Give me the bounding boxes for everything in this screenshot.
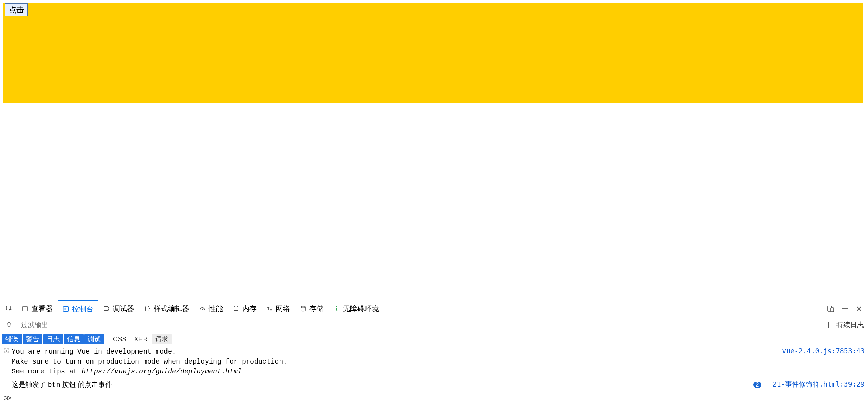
clear-console-button[interactable] bbox=[3, 317, 15, 333]
log-message: 这是触发了 btn 按钮 的点击事件 bbox=[12, 380, 753, 390]
accessibility-icon bbox=[333, 305, 340, 312]
tab-style-editor[interactable]: 样式编辑器 bbox=[139, 300, 194, 317]
tab-label: 控制台 bbox=[72, 304, 94, 314]
style-icon bbox=[144, 305, 151, 312]
devtools-tab-bar: 查看器 控制台 调试器 样式编辑器 性能 bbox=[0, 300, 868, 317]
persist-label: 持续日志 bbox=[836, 320, 864, 330]
info-icon bbox=[3, 347, 12, 356]
devtools-panel: 查看器 控制台 调试器 样式编辑器 性能 bbox=[0, 300, 868, 404]
filter-warn[interactable]: 警告 bbox=[23, 334, 42, 344]
log-source-link[interactable]: 21-事件修饰符.html:39:29 bbox=[766, 380, 865, 389]
svg-point-5 bbox=[336, 306, 337, 307]
tab-network[interactable]: 网络 bbox=[261, 300, 295, 317]
tab-console[interactable]: 控制台 bbox=[58, 300, 98, 317]
responsive-mode-button[interactable] bbox=[823, 300, 838, 317]
responsive-icon bbox=[827, 305, 834, 312]
trash-icon bbox=[5, 321, 12, 329]
console-log-list: You are running Vue in development mode.… bbox=[0, 345, 868, 391]
filter-debug[interactable]: 调试 bbox=[84, 334, 104, 344]
tab-memory[interactable]: 内存 bbox=[228, 300, 261, 317]
close-devtools-button[interactable] bbox=[852, 300, 866, 317]
filter-request[interactable]: 请求 bbox=[152, 334, 172, 344]
log-icon-blank bbox=[3, 380, 12, 380]
console-level-filters: 错误 警告 日志 信息 调试 CSS XHR 请求 bbox=[0, 333, 868, 345]
tab-label: 调试器 bbox=[113, 304, 134, 313]
memory-icon bbox=[233, 305, 239, 312]
tab-label: 无障碍环境 bbox=[343, 304, 379, 313]
log-count-badge: 2 bbox=[753, 382, 762, 388]
svg-rect-7 bbox=[831, 308, 834, 312]
svg-point-10 bbox=[846, 308, 848, 309]
page-blank-area bbox=[0, 106, 868, 300]
tab-performance[interactable]: 性能 bbox=[194, 300, 228, 317]
more-menu-button[interactable] bbox=[838, 300, 852, 317]
filter-css[interactable]: CSS bbox=[110, 335, 130, 344]
tab-label: 存储 bbox=[309, 304, 324, 313]
click-button[interactable]: 点击 bbox=[5, 3, 28, 16]
element-picker-button[interactable] bbox=[2, 300, 16, 317]
tab-debugger[interactable]: 调试器 bbox=[98, 300, 139, 317]
console-log-row[interactable]: 这是触发了 btn 按钮 的点击事件 2 21-事件修饰符.html:39:29 bbox=[0, 378, 868, 391]
tab-storage[interactable]: 存储 bbox=[295, 300, 328, 317]
tab-label: 查看器 bbox=[31, 304, 53, 313]
tab-label: 内存 bbox=[242, 304, 257, 313]
svg-rect-3 bbox=[234, 307, 238, 310]
performance-icon bbox=[199, 305, 206, 312]
tab-label: 网络 bbox=[276, 304, 290, 313]
more-icon bbox=[841, 305, 849, 312]
filter-xhr[interactable]: XHR bbox=[131, 335, 151, 344]
prompt-icon: ≫ bbox=[3, 393, 11, 402]
svg-rect-1 bbox=[23, 306, 27, 311]
storage-icon bbox=[300, 305, 307, 312]
network-icon bbox=[266, 305, 273, 312]
filter-error[interactable]: 错误 bbox=[2, 334, 22, 344]
tab-label: 样式编辑器 bbox=[153, 304, 189, 313]
console-filter-input[interactable] bbox=[19, 320, 823, 330]
tab-label: 性能 bbox=[209, 304, 223, 313]
console-icon bbox=[62, 306, 69, 312]
console-log-row[interactable]: You are running Vue in development mode.… bbox=[0, 345, 868, 378]
tab-accessibility[interactable]: 无障碍环境 bbox=[328, 300, 384, 317]
picker-icon bbox=[5, 305, 12, 312]
log-message: You are running Vue in development mode.… bbox=[12, 347, 775, 377]
app-root-div[interactable] bbox=[3, 3, 863, 103]
checkbox-icon bbox=[828, 322, 834, 328]
inspector-icon bbox=[22, 305, 28, 312]
persist-logs-toggle[interactable]: 持续日志 bbox=[827, 320, 865, 330]
log-source-link[interactable]: vue-2.4.0.js:7853:43 bbox=[775, 347, 865, 355]
page-viewport: 点击 bbox=[0, 0, 868, 106]
svg-point-9 bbox=[844, 308, 846, 309]
console-prompt[interactable]: ≫ bbox=[0, 391, 868, 404]
svg-point-8 bbox=[842, 308, 844, 309]
filter-info[interactable]: 信息 bbox=[64, 334, 84, 344]
tab-inspector[interactable]: 查看器 bbox=[17, 300, 58, 317]
debugger-icon bbox=[103, 305, 110, 312]
close-icon bbox=[856, 305, 863, 312]
filter-log[interactable]: 日志 bbox=[43, 334, 63, 344]
svg-point-4 bbox=[301, 306, 305, 308]
console-filter-bar: 持续日志 bbox=[0, 317, 868, 333]
